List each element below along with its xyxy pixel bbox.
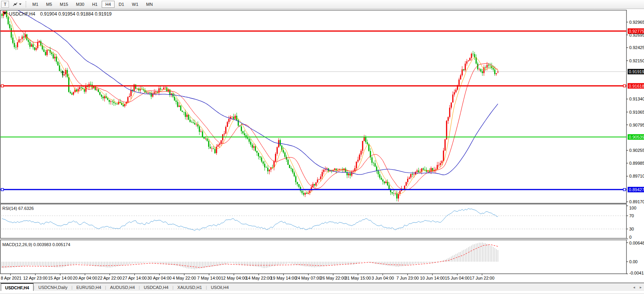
time-axis-label: 4 May 22:00	[173, 276, 196, 280]
tab-xauusd-h1[interactable]: XAUUSD,H1	[173, 283, 206, 291]
time-axis-label: 3 Jun 04:00	[372, 276, 394, 280]
price-chart[interactable]: 0.927750.916180.905390.894270.919190.929…	[0, 0, 644, 282]
rsi-axis-label: 70	[629, 213, 634, 218]
tab-usoil-h4[interactable]: USOil,H4	[207, 283, 233, 291]
time-axis-label: 10 Jun 14:00	[420, 276, 445, 280]
time-axis-label: 20 Apr 04:00	[73, 276, 97, 280]
price-axis-label: 0.91065	[629, 110, 644, 114]
price-axis-label: 0.89985	[629, 161, 644, 165]
time-axis-label: 8 Apr 2021	[1, 276, 21, 280]
tab-eurusd-h4[interactable]: EURUSD,H4	[72, 283, 105, 291]
price-axis-label: 0.92965	[629, 20, 644, 25]
tab-scroll-left-icon[interactable]: ◂	[633, 285, 635, 289]
price-axis-label: 0.90255	[629, 148, 644, 153]
time-axis[interactable]: 8 Apr 202112 Apr 23:0015 Apr 14:0020 Apr…	[1, 274, 494, 280]
hline-price-label: 0.89427	[629, 187, 644, 192]
time-axis-label: 14 May 22:00	[246, 276, 272, 280]
hline-handle-left[interactable]	[1, 85, 4, 87]
time-axis-label: 12 Apr 23:00	[23, 276, 48, 280]
rsi-label: RSI(14) 67.6326	[2, 206, 34, 211]
macd-axis-label: 0.00	[629, 259, 637, 264]
rsi-axis-label: 30	[629, 227, 634, 231]
tab-usdchf-h4[interactable]: USDCHF,H4	[1, 283, 34, 291]
time-axis-label: 22 Apr 22:00	[98, 276, 122, 280]
time-axis-label: 26 May 22:00	[320, 276, 346, 280]
chart-tab-strip: USDCHF,H4|USDCNH,Daily|EURUSD,H4|AUDUSD,…	[0, 283, 644, 291]
time-axis-label: 15 Apr 14:00	[48, 276, 72, 280]
macd-axis-label: 0.00648	[629, 241, 644, 245]
time-axis-label: 15 Jun 04:00	[445, 276, 470, 280]
macd-axis-label: -0.00413	[629, 271, 644, 275]
tab-usdcnh-daily[interactable]: USDCNH,Daily	[35, 283, 72, 291]
price-axis[interactable]: 0.929650.926950.924250.921500.913400.910…	[626, 20, 644, 204]
time-axis-label: 7 Jun 23:00	[396, 276, 419, 280]
tab-audusd-h4[interactable]: AUDUSD,H4	[106, 283, 139, 291]
main-panel	[0, 10, 626, 203]
price-axis-label: 0.89710	[629, 174, 644, 178]
price-axis-label: 0.92425	[629, 45, 644, 50]
time-axis-label: 19 May 14:00	[270, 276, 296, 280]
macd-label: MACD(12,26,9) 0.003983 0.005174	[2, 242, 70, 247]
price-axis-label: 0.92150	[629, 58, 644, 63]
rsi-axis-label: 100	[629, 206, 636, 210]
time-axis-label: 30 Apr 04:00	[147, 276, 171, 280]
hline-handle-left[interactable]	[1, 188, 4, 191]
rsi-axis-label: 0	[629, 235, 632, 239]
tab-scroll-buttons: ◂ ▸	[633, 283, 642, 291]
hline-handle-right[interactable]	[623, 188, 626, 191]
tab-usdcad-h4[interactable]: USDCAD,H4	[140, 283, 173, 291]
price-axis-label: 0.89170	[629, 199, 644, 204]
price-axis-label: 0.91340	[629, 97, 644, 101]
price-axis-label: 0.90795	[629, 123, 644, 127]
hline-handle-right[interactable]	[623, 85, 626, 87]
rsi-panel	[0, 204, 626, 238]
chart-title-symbol: USDCHF,H4	[9, 11, 35, 17]
time-axis-label: 17 Jun 22:00	[469, 276, 494, 280]
time-axis-label: 12 May 04:00	[221, 276, 247, 280]
current-price-label: 0.91919	[629, 69, 644, 74]
time-axis-label: 7 May 14:00	[197, 276, 221, 280]
time-axis-label: 24 May 07:00	[295, 276, 321, 280]
status-strip	[0, 291, 644, 294]
tab-scroll-right-icon[interactable]: ▸	[640, 285, 642, 289]
time-axis-label: 31 May 15:00	[345, 276, 371, 280]
chart-title-ohlc: 0.91904 0.91954 0.91884 0.91919	[40, 11, 112, 17]
macd-panel	[0, 240, 626, 274]
hline-price-label: 0.91618	[629, 84, 644, 88]
time-axis-label: 27 Apr 14:00	[122, 276, 146, 280]
price-axis-label: 0.92695	[629, 33, 644, 37]
hline-price-label: 0.90539	[629, 135, 644, 139]
